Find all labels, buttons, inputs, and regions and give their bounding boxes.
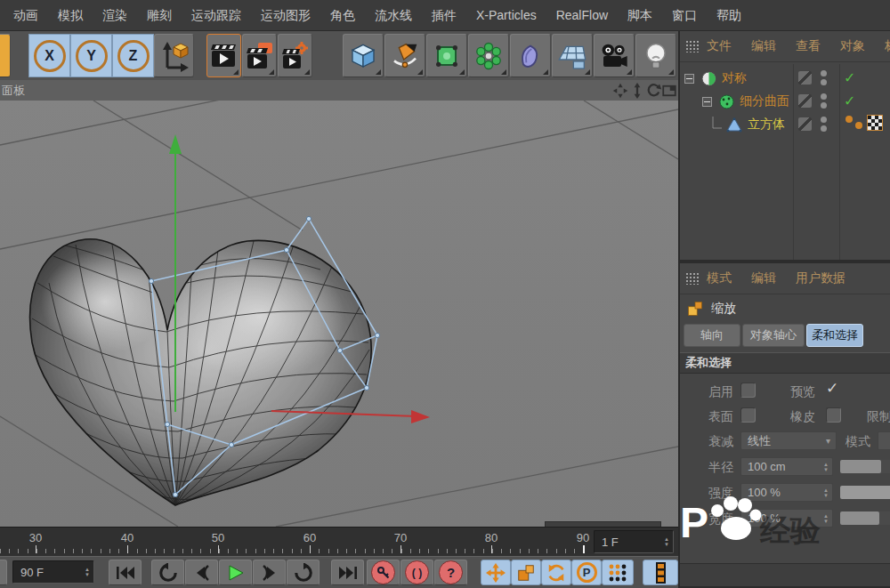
menu-mograph[interactable]: 运动图形 [251, 0, 320, 30]
tab-soft-selection[interactable]: 柔和选择 [806, 324, 863, 347]
coordinate-system-button[interactable] [154, 34, 194, 77]
menu-window[interactable]: 窗口 [662, 0, 707, 30]
layer-toggle[interactable] [798, 117, 812, 131]
visibility-dots[interactable] [821, 117, 827, 132]
next-frame-button[interactable] [253, 560, 286, 585]
layer-toggle[interactable] [798, 71, 812, 85]
add-subdivision-surface-button[interactable] [426, 34, 467, 77]
next-key-button[interactable] [287, 560, 320, 585]
soft-selection-section-header[interactable]: 柔和选择 [680, 352, 890, 374]
add-deformer-button[interactable] [510, 34, 551, 77]
add-light-button[interactable] [635, 34, 676, 77]
menu-motion-tracker[interactable]: 运动跟踪 [182, 0, 251, 30]
autokey-button[interactable]: ( ) [400, 560, 433, 585]
am-menu-userdata[interactable]: 用户数据 [796, 270, 846, 286]
go-to-end-button[interactable] [331, 560, 364, 585]
strength-slider[interactable] [840, 486, 890, 499]
timeline-mode-button[interactable] [643, 560, 678, 585]
tab-object-axis[interactable]: 对象轴心 [742, 324, 805, 347]
visibility-dots[interactable] [821, 70, 827, 85]
key-position-button[interactable] [481, 560, 511, 585]
panel-grip-icon[interactable] [685, 40, 700, 52]
key-rotation-button[interactable] [541, 560, 571, 585]
strength-stepper[interactable]: ▲▼ [820, 487, 832, 498]
viewport-layout-toggle-icon[interactable] [661, 83, 677, 99]
viewport-panel-menu[interactable]: 面板 [2, 83, 25, 99]
viewport-rotate-icon[interactable] [646, 83, 662, 99]
am-menu-mode[interactable]: 模式 [707, 270, 732, 286]
end-frame-field[interactable]: 90 F ▲▼ [12, 560, 94, 584]
width-stepper[interactable]: ▲▼ [820, 513, 832, 524]
play-button[interactable] [219, 560, 252, 585]
menu-pipeline[interactable]: 流水线 [365, 0, 422, 30]
add-spline-pen-button[interactable] [384, 34, 425, 77]
record-keyframe-button[interactable] [367, 560, 400, 585]
viewport-pan-icon[interactable] [612, 83, 628, 99]
om-menu-object[interactable]: 对象 [840, 38, 865, 54]
clipped-transport-button[interactable] [0, 560, 7, 585]
go-to-start-button[interactable] [109, 560, 142, 585]
previous-frame-button[interactable] [185, 560, 218, 585]
add-camera-button[interactable] [594, 34, 635, 77]
menu-simulate[interactable]: 模拟 [48, 0, 93, 30]
radius-stepper[interactable]: ▲▼ [820, 462, 832, 472]
enable-check[interactable]: ✓ [844, 69, 855, 86]
add-environment-floor-button[interactable] [552, 34, 593, 77]
mode-dropdown-clipped[interactable] [878, 431, 890, 450]
radius-slider[interactable] [840, 460, 890, 473]
menu-realflow[interactable]: RealFlow [546, 0, 618, 30]
menu-help[interactable]: 帮助 [707, 0, 751, 30]
timeline-ruler[interactable]: 30 40 50 60 70 80 90 1 F ▲▼ [0, 527, 678, 556]
key-scale-button[interactable] [511, 560, 541, 585]
lock-z-axis-button[interactable]: Z [112, 34, 154, 77]
end-frame-stepper[interactable]: ▲▼ [81, 567, 93, 577]
playhead[interactable] [583, 545, 585, 553]
om-menu-tags[interactable]: 标签 [885, 38, 890, 54]
display-checker-tag[interactable] [867, 115, 883, 131]
add-cube-object-button[interactable] [343, 34, 384, 77]
preview-checkmark[interactable]: ✓ [826, 379, 838, 398]
surface-checkbox[interactable] [740, 407, 756, 423]
add-array-object-button[interactable] [468, 34, 509, 77]
width-slider[interactable] [840, 511, 890, 525]
viewport-canvas[interactable]: 网格间距 : 100 cm [0, 101, 678, 527]
visibility-dots[interactable] [821, 93, 827, 109]
am-menu-edit[interactable]: 编辑 [751, 270, 776, 286]
expander-icon[interactable] [684, 74, 694, 84]
render-settings-button[interactable] [278, 34, 312, 77]
layer-toggle[interactable] [798, 94, 812, 108]
render-to-picture-viewer-button[interactable] [242, 34, 277, 77]
clipped-tool-button[interactable] [0, 34, 11, 77]
viewport-zoom-icon[interactable] [629, 83, 645, 99]
enable-checkbox[interactable] [740, 383, 756, 398]
expander-icon[interactable] [702, 97, 712, 107]
menu-sculpt[interactable]: 雕刻 [137, 0, 182, 30]
menu-plugins[interactable]: 插件 [422, 0, 466, 30]
tag-dot[interactable] [855, 122, 862, 129]
enable-check[interactable]: ✓ [844, 93, 855, 109]
menu-script[interactable]: 脚本 [618, 0, 662, 30]
rubber-checkbox[interactable] [826, 407, 841, 423]
object-row-symmetry[interactable]: 对称 [680, 67, 890, 90]
keyframe-selection-button[interactable]: ? [434, 560, 467, 585]
menu-character[interactable]: 角色 [320, 0, 365, 30]
menu-animation[interactable]: 动画 [4, 0, 48, 30]
render-view-button[interactable] [206, 34, 241, 77]
om-menu-edit[interactable]: 编辑 [751, 38, 776, 54]
phong-tag-dot[interactable] [846, 116, 853, 123]
menu-render[interactable]: 渲染 [93, 0, 137, 30]
current-frame-field[interactable]: 1 F ▲▼ [594, 530, 674, 553]
previous-key-button[interactable] [151, 560, 184, 585]
lock-y-axis-button[interactable]: Y [70, 34, 112, 77]
lock-x-axis-button[interactable]: X [28, 34, 70, 77]
menu-xparticles[interactable]: X-Particles [466, 0, 546, 30]
tab-axis[interactable]: 轴向 [684, 324, 740, 347]
strength-field[interactable]: 100 % ▲▼ [740, 483, 833, 502]
frame-stepper[interactable]: ▲▼ [660, 536, 673, 547]
object-row-subdivision-surface[interactable]: 细分曲面 [680, 90, 890, 113]
key-parameter-button[interactable]: P [571, 560, 602, 585]
width-field[interactable]: 100 % ▲▼ [740, 509, 833, 528]
om-menu-view[interactable]: 查看 [796, 38, 821, 54]
om-menu-file[interactable]: 文件 [707, 38, 732, 54]
panel-grip-icon[interactable] [685, 272, 700, 285]
